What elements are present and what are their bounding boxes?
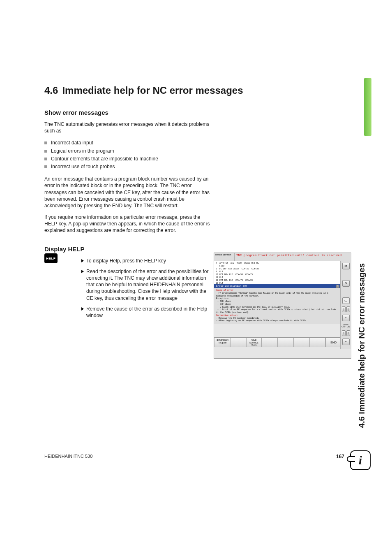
heading-number: 4.6 [44, 84, 58, 97]
softkey-empty[interactable] [230, 338, 246, 347]
code-lines: 7 APPR CT X+2 Y+30 CCA90 R+5 RL F250 8 F… [216, 262, 259, 284]
sidebar-small-btn[interactable]: ▯ [342, 306, 346, 312]
fig-blank-area [214, 324, 341, 337]
softkey-line: FILES [247, 344, 262, 346]
sidebar-tool-icon[interactable]: ▭ [342, 297, 350, 304]
show-errors-intro: The TNC automatically generates error me… [44, 121, 213, 134]
corrective-header: Corrective action: [216, 314, 339, 317]
sidebar-m-button[interactable]: M [342, 263, 350, 269]
softkey-end[interactable]: END [325, 338, 341, 347]
fig-softkey-row: HEIDENHAIN TNCguide SAVE SERVICE FILES E… [214, 337, 341, 347]
side-accent-bar [364, 78, 371, 136]
softkey-heidenhain-tncguide[interactable]: HEIDENHAIN TNCguide [214, 338, 230, 347]
bullet-item: Logical errors in the program [44, 147, 213, 155]
step-item: Read the description of the error and th… [81, 268, 209, 301]
show-errors-para3: If you require more information on a par… [44, 214, 213, 234]
bullet-item: Contour elements that are impossible to … [44, 155, 213, 163]
display-help-steps: To display Help, press the HELP key Read… [81, 257, 209, 319]
softkey-empty[interactable] [310, 338, 326, 347]
cause-body: - FK programming: "Normal" blocks can fo… [216, 292, 339, 314]
show-errors-para2: An error message that contains a program… [44, 176, 213, 209]
fig-error-header-text: Error description 507 [216, 285, 247, 288]
off-label: OFF [341, 325, 346, 328]
fig-program-listing: 7 APPR CT X+2 Y+30 CCA90 R+5 RL F250 8 F… [214, 261, 341, 284]
sidebar-s-button[interactable]: S [342, 280, 350, 287]
fig-titlebar: Manual operation TNC program block not p… [214, 253, 351, 261]
softkey-empty[interactable] [262, 338, 278, 347]
fig-sidebar: M S ▭ ▯ ▯ + 100% OFF ON ▯ ▯ − [340, 261, 351, 349]
fig-mode-label: Manual operation [214, 253, 235, 261]
tnc-help-screenshot: Manual operation TNC program block not p… [214, 253, 351, 359]
side-tab-label: 4.6 Immediate help for NC error messages [357, 263, 367, 428]
fig-left-area: 7 APPR CT X+2 Y+30 CCA90 R+5 RL F250 8 F… [214, 261, 341, 349]
help-key-icon: HELP [44, 253, 58, 263]
sidebar-minus-button[interactable]: − [342, 339, 350, 345]
on-label: ON [347, 325, 350, 328]
fig-error-title: TNC program block not permitted until co… [235, 253, 351, 261]
main-heading: 4.6Immediate help for NC error messages [44, 84, 344, 97]
fig-error-description-box: Cause of error: - FK programming: "Norma… [214, 288, 341, 324]
show-errors-bullets: Incorrect data input Logical errors in t… [44, 139, 213, 171]
softkey-line: TNCguide [214, 342, 230, 344]
sidebar-small-btn[interactable]: ▯ [346, 306, 350, 312]
fig-error-header-bar: Error description 507 × [214, 284, 341, 288]
softkey-empty[interactable] [278, 338, 294, 347]
subheading-show-errors: Show error messages [44, 109, 344, 116]
heading-title: Immediate help for NC error messages [62, 85, 243, 96]
softkey-empty[interactable] [294, 338, 310, 347]
subheading-display-help: Display HELP [44, 246, 344, 253]
softkey-save-service-files[interactable]: SAVE SERVICE FILES [246, 338, 262, 347]
page-footer: HEIDENHAIN iTNC 530 167 [44, 454, 344, 459]
info-icon: i [350, 450, 371, 470]
footer-page-number: 167 [336, 454, 344, 459]
sidebar-small-btn[interactable]: ▯ [346, 330, 350, 336]
sidebar-plus-button[interactable]: + [342, 315, 350, 321]
bullet-item: Incorrect use of touch probes [44, 163, 213, 171]
close-icon[interactable]: × [336, 285, 339, 288]
footer-product: HEIDENHAIN iTNC 530 [44, 454, 92, 459]
corrective-body: - Resolve the FK contour completely. - A… [216, 317, 339, 323]
sidebar-pair: ▯ ▯ [342, 306, 350, 312]
sidebar-pair: ▯ ▯ [342, 330, 350, 336]
cause-header: Cause of error: [216, 289, 339, 292]
bullet-item: Incorrect data input [44, 139, 213, 147]
step-item: To display Help, press the HELP key [81, 257, 209, 264]
sidebar-override-label: 100% OFF ON [341, 324, 350, 328]
sidebar-small-btn[interactable]: ▯ [342, 330, 346, 336]
step-item: Remove the cause of the error as describ… [81, 306, 209, 319]
side-tab: 4.6 Immediate help for NC error messages [349, 78, 363, 267]
